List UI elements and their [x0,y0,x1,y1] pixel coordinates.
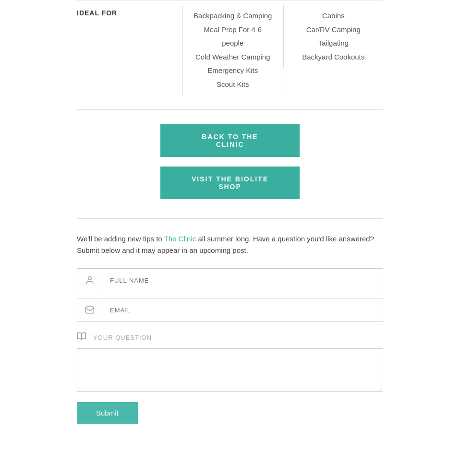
list-item: Tailgating [293,36,374,50]
list-item: Cabins [293,9,374,23]
list-item: Backpacking & Camping [193,9,273,23]
ideal-for-col1: Backpacking & Camping Meal Prep For 4-6 … [182,5,283,95]
form-intro-prefix: We'll be adding new tips to [77,235,164,243]
list-item: Car/RV Camping [293,23,374,37]
list-item: Cold Weather Camping [193,50,273,64]
question-textarea[interactable] [77,348,383,392]
submit-button[interactable]: Submit [77,402,138,424]
svg-rect-1 [85,307,94,313]
clinic-link[interactable]: The Clinic [164,235,196,243]
button-section: BACK TO THE CLINIC VISIT THE BIOLITE SHO… [0,110,460,209]
list-item: Backyard Cookouts [293,50,374,64]
svg-point-0 [88,277,91,280]
form-intro-text: We'll be adding new tips to The Clinic a… [77,233,383,256]
list-item: Scout Kits [193,78,273,92]
email-field [77,298,383,322]
visit-shop-button[interactable]: VISIT THE BIOLITE SHOP [160,167,300,199]
list-item: Emergency Kits [193,64,273,78]
full-name-field [77,268,383,292]
form-section: We'll be adding new tips to The Clinic a… [0,219,460,443]
question-label: YOUR QUESTION [93,334,152,341]
page-container: IDEAL FOR Backpacking & Camping Meal Pre… [0,0,460,443]
email-input[interactable] [102,300,383,321]
question-label-row: YOUR QUESTION [77,332,383,344]
ideal-for-label: IDEAL FOR [77,5,182,17]
email-icon [77,298,102,321]
full-name-input[interactable] [102,270,383,291]
person-icon [77,269,102,292]
book-icon [77,332,88,344]
back-to-clinic-button[interactable]: BACK TO THE CLINIC [160,124,300,157]
ideal-for-section: IDEAL FOR Backpacking & Camping Meal Pre… [77,0,383,110]
ideal-for-col2: Cabins Car/RV Camping Tailgating Backyar… [283,5,384,68]
list-item: Meal Prep For 4-6 people [193,23,273,50]
